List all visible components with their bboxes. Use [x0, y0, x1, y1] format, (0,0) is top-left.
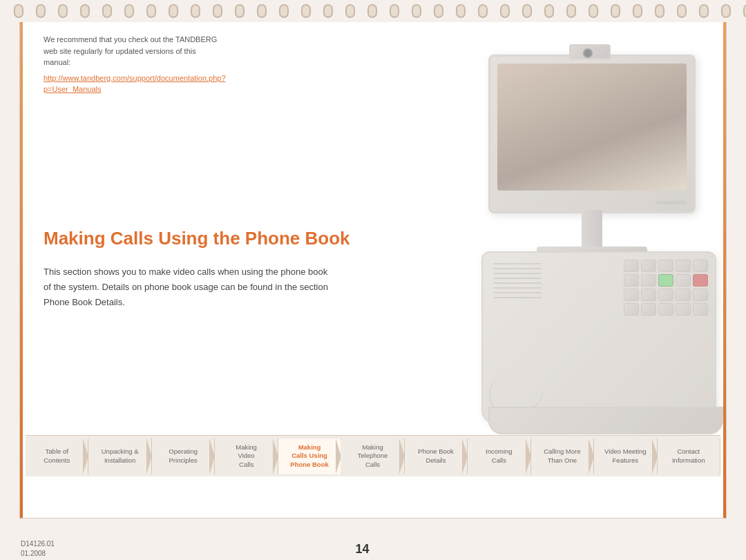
- spiral-hole: [589, 4, 598, 18]
- spiral-hole: [14, 4, 23, 18]
- spiral-hole: [191, 4, 200, 18]
- document-id: D14126.01 01.2008: [21, 539, 55, 559]
- spiral-hole: [412, 4, 421, 18]
- phone-device: TANDBERG: [350, 34, 723, 476]
- document-footer: D14126.01 01.2008 14: [0, 538, 746, 560]
- tab-video-meeting[interactable]: Video MeetingFeatures: [594, 438, 657, 474]
- spiral-hole: [169, 4, 178, 18]
- spiral-hole: [522, 4, 532, 18]
- spiral-hole: [677, 4, 687, 18]
- tab-telephone[interactable]: MakingTelephoneCalls: [341, 438, 404, 474]
- spiral-hole: [323, 4, 333, 18]
- spiral-hole: [213, 4, 222, 18]
- spiral-hole: [611, 4, 620, 18]
- spiral-hole: [367, 4, 377, 18]
- keypad: [624, 260, 708, 330]
- monitor-stand: [582, 210, 602, 251]
- tab-making-calls[interactable]: MakingCalls UsingPhone Book: [278, 438, 341, 474]
- monitor-body: TANDBERG: [488, 55, 696, 213]
- spiral-hole: [544, 4, 554, 18]
- phone-base: [488, 407, 723, 434]
- spiral-hole: [345, 4, 355, 18]
- spiral-hole: [124, 4, 134, 18]
- spiral-hole: [743, 4, 746, 18]
- tandberg-link[interactable]: http://www.tandberg.com/support/document…: [44, 74, 226, 94]
- spiral-hole: [301, 4, 311, 18]
- speaker-grille: [493, 263, 542, 302]
- spiral-hole: [58, 4, 68, 18]
- tab-operating[interactable]: OperatingPrinciples: [152, 438, 215, 474]
- spiral-hole: [478, 4, 488, 18]
- spiral-hole: [235, 4, 245, 18]
- spiral-hole: [566, 4, 576, 18]
- spiral-hole: [390, 4, 399, 18]
- page-description: This section shows you to make video cal…: [44, 264, 334, 310]
- spiral-hole: [80, 4, 90, 18]
- spiral-hole: [257, 4, 267, 18]
- tab-making-video[interactable]: MakingVideoCalls: [215, 438, 278, 474]
- spiral-hole: [721, 4, 731, 18]
- camera-bump: [569, 44, 611, 59]
- spiral-hole: [456, 4, 466, 18]
- tab-calling-more[interactable]: Calling MoreThan One: [531, 438, 594, 474]
- page-title: Making Calls Using the Phone Book: [44, 227, 361, 251]
- camera-lens: [583, 48, 593, 58]
- spiral-binding: [0, 0, 746, 22]
- content-area: We recommend that you check out the TAND…: [23, 20, 723, 476]
- navigation-tabs: Table ofContentsUnpacking &InstallationO…: [26, 435, 720, 476]
- device-image: TANDBERG: [323, 20, 723, 476]
- monitor-screen: [497, 64, 687, 191]
- main-title-section: Making Calls Using the Phone Book This s…: [44, 227, 361, 310]
- spiral-hole: [279, 4, 289, 18]
- tab-contents[interactable]: Table ofContents: [26, 438, 88, 474]
- tab-unpacking[interactable]: Unpacking &Installation: [88, 438, 151, 474]
- spiral-hole: [655, 4, 664, 18]
- page-number: 14: [355, 542, 369, 557]
- top-recommendation: We recommend that you check out the TAND…: [44, 34, 223, 95]
- tab-contact[interactable]: ContactInformation: [658, 438, 720, 474]
- screen-content: [497, 64, 687, 191]
- main-page: We recommend that you check out the TAND…: [19, 19, 727, 519]
- right-border-accent: [723, 20, 726, 518]
- spiral-hole: [102, 4, 112, 18]
- spiral-hole: [434, 4, 443, 18]
- spiral-hole: [699, 4, 709, 18]
- tab-phonebook[interactable]: Phone BookDetails: [405, 438, 468, 474]
- tandberg-label: TANDBERG: [656, 200, 687, 206]
- tab-incoming[interactable]: IncomingCalls: [468, 438, 530, 474]
- spiral-hole: [633, 4, 642, 18]
- spiral-hole: [500, 4, 510, 18]
- spiral-hole: [36, 4, 46, 18]
- spiral-hole: [146, 4, 156, 18]
